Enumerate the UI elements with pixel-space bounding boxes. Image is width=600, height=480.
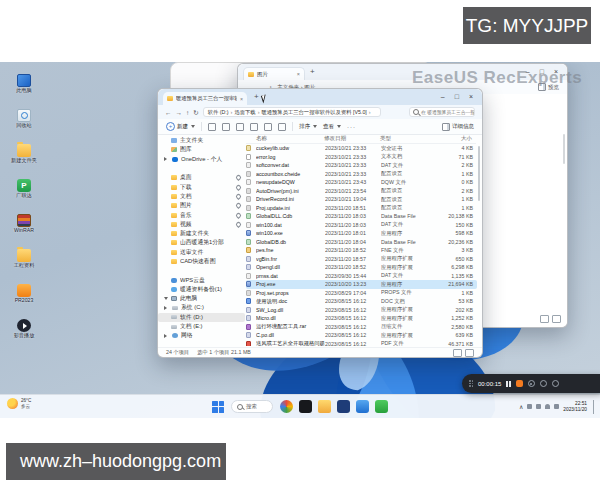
- file-row[interactable]: Opengl.dll 2023/11/20 18:52 应用程序扩展 6,298…: [246, 263, 477, 272]
- desktop-icon[interactable]: 此电脑: [3, 74, 45, 101]
- sidebar-item[interactable]: 主文件夹: [158, 136, 245, 145]
- taskbar-app-icon[interactable]: [299, 400, 312, 413]
- desktop-icon[interactable]: 广联达: [3, 179, 45, 206]
- file-row[interactable]: GlobalDB.db 2023/11/20 18:04 Data Base F…: [246, 238, 477, 247]
- up-icon[interactable]: ↑: [186, 109, 189, 116]
- back-icon[interactable]: ←: [165, 109, 172, 116]
- breadcrumb-segment[interactable]: 迅雷下载 ›: [234, 109, 259, 116]
- chevron-icon[interactable]: [164, 157, 169, 161]
- column-type[interactable]: 类型: [380, 135, 430, 142]
- rename-icon[interactable]: [250, 123, 258, 131]
- stop-button[interactable]: [516, 380, 523, 387]
- taskbar-app-icon[interactable]: [375, 400, 388, 413]
- file-row[interactable]: Micro.dll 2023/08/15 16:12 应用程序扩展 1,252 …: [246, 314, 477, 323]
- search-input[interactable]: 在 暖通预算员工三合一报…中搜索: [409, 107, 475, 117]
- file-row[interactable]: cuckeylib.udw 2023/10/21 23:33 安全证书 4 KB: [246, 144, 477, 153]
- start-button[interactable]: [212, 401, 224, 413]
- new-tab-button[interactable]: +: [254, 93, 259, 101]
- cut-icon[interactable]: [208, 123, 216, 131]
- file-row[interactable]: win100.dat 2023/11/20 18:03 DAT 文件 150 K…: [246, 221, 477, 230]
- sidebar-item[interactable]: WPS云盘: [158, 275, 245, 284]
- sidebar-item[interactable]: 视频: [158, 220, 245, 229]
- file-row[interactable]: DriverRecord.ini 2023/10/21 19:04 配置设置 1…: [246, 195, 477, 204]
- explorer-titlebar[interactable]: 暖通预算员工三合一报审软件 × + – □ ×: [158, 89, 482, 105]
- forward-icon[interactable]: →: [176, 109, 183, 116]
- column-date[interactable]: 修改日期: [324, 135, 380, 142]
- file-row[interactable]: 使用说明.doc 2023/08/15 16:12 DOC 文档 53 KB: [246, 297, 477, 306]
- sidebar-item[interactable]: 音乐: [158, 210, 245, 219]
- chevron-icon[interactable]: [164, 297, 168, 302]
- file-row[interactable]: prnss.dat 2023/09/30 15:44 DAT 文件 1,135 …: [246, 272, 477, 281]
- view-button[interactable]: 查看: [323, 123, 341, 130]
- breadcrumb[interactable]: 软件 (D:) › 迅雷下载 › 暖通预算员工三合一报审软件以及资料 [V5.0…: [203, 107, 381, 117]
- webcam-button[interactable]: [528, 380, 535, 387]
- tab-close-icon[interactable]: ×: [297, 71, 300, 77]
- file-row[interactable]: accountbox.cheide 2023/10/21 23:33 配置设置 …: [246, 170, 477, 179]
- sidebar-item[interactable]: 文档: [158, 192, 245, 201]
- desktop-icon[interactable]: WinRAR: [3, 214, 45, 241]
- taskbar-app-icon[interactable]: [356, 400, 369, 413]
- desktop-icon[interactable]: 影音播放: [3, 319, 45, 346]
- breadcrumb-segment[interactable]: 软件 (D:) ›: [208, 109, 233, 116]
- tray-app-icon[interactable]: [527, 404, 532, 409]
- breadcrumb-segment[interactable]: 暖通预算员工三合一报审软件以及资料 [V5.0] ›: [261, 109, 370, 116]
- sidebar-item[interactable]: 系统 (C:): [158, 303, 245, 312]
- file-row[interactable]: error.log 2023/10/21 23:33 文本文档 71 KB: [246, 153, 477, 162]
- settings-button[interactable]: [552, 380, 559, 387]
- column-name[interactable]: 名称: [256, 135, 324, 142]
- close-icon[interactable]: ×: [469, 93, 473, 100]
- taskbar-clock[interactable]: 22:51 2023/11/20: [563, 401, 587, 412]
- explorer-address-bar[interactable]: ← → ↑ ↻ 软件 (D:) › 迅雷下载 ›: [158, 105, 482, 120]
- sidebar-item[interactable]: 新建文件夹: [158, 229, 245, 238]
- explorer-window[interactable]: 暖通预算员工三合一报审软件 × + – □ × ← → ↑ ↻: [157, 88, 483, 358]
- sort-button[interactable]: 排序: [299, 123, 317, 130]
- file-row[interactable]: 送风或工艺从全开取规格问题.pdf 2023/08/15 16:12 PDF 文…: [246, 340, 477, 347]
- list-view-icon[interactable]: [540, 315, 549, 323]
- sidebar-item[interactable]: OneDrive - 个人: [158, 155, 245, 164]
- schedule-button[interactable]: [540, 380, 547, 387]
- taskbar-app-icon[interactable]: [337, 400, 350, 413]
- desktop-icon[interactable]: 新建文件夹: [3, 144, 45, 171]
- paste-icon[interactable]: [236, 123, 244, 131]
- explorer-tab[interactable]: 暖通预算员工三合一报审软件 ×: [163, 92, 247, 105]
- scrollbar[interactable]: [563, 134, 565, 164]
- column-size[interactable]: 大小: [430, 135, 472, 142]
- file-row[interactable]: newupdateDQW 2023/10/21 23:43 DQW 文件 0 K…: [246, 178, 477, 187]
- sidebar-item[interactable]: 图片: [158, 201, 245, 210]
- sidebar-item[interactable]: 网络: [158, 331, 245, 340]
- minimize-icon[interactable]: –: [441, 93, 445, 100]
- more-button[interactable]: ···: [347, 124, 356, 130]
- sidebar-item[interactable]: 桌面: [158, 173, 245, 182]
- desktop-icon[interactable]: PR2023: [3, 284, 45, 311]
- chevron-icon[interactable]: [164, 306, 169, 310]
- file-row[interactable]: SW_Log.dll 2023/08/15 16:12 应用程序扩展 202 K…: [246, 306, 477, 315]
- file-row[interactable]: Proj.exe 2023/10/20 13:23 应用程序 21,694 KB: [246, 280, 477, 289]
- refresh-icon[interactable]: ↻: [193, 109, 198, 116]
- sidebar-item[interactable]: 山西暖通第1分部: [158, 238, 245, 247]
- pause-button[interactable]: [506, 381, 511, 387]
- sidebar-item[interactable]: 图库: [158, 145, 245, 154]
- tab-close-icon[interactable]: ×: [240, 96, 243, 102]
- sidebar-item[interactable]: 软件 (D:): [158, 313, 245, 322]
- sidebar-item[interactable]: 文档 (E:): [158, 322, 245, 331]
- sidebar-item[interactable]: CAD快速看图: [158, 257, 245, 266]
- scrollbar[interactable]: [478, 146, 480, 201]
- desktop-icon[interactable]: 工程资料: [3, 249, 45, 276]
- desktop-icon[interactable]: 回收站: [3, 109, 45, 136]
- chevron-icon[interactable]: [164, 334, 169, 338]
- sidebar-item[interactable]: [158, 266, 245, 275]
- volume-icon[interactable]: [554, 404, 559, 409]
- file-row[interactable]: Proj.set.props 2023/08/29 17:04 PROPS 文件…: [246, 289, 477, 298]
- sidebar-item[interactable]: 暖通资料备份(1): [158, 285, 245, 294]
- grid-view-icon[interactable]: [552, 315, 561, 323]
- file-row[interactable]: C.po.dll 2023/08/15 16:12 应用程序扩展 639 KB: [246, 331, 477, 340]
- recording-toolbar[interactable]: 00:00:15: [462, 374, 600, 393]
- taskbar-search[interactable]: 搜索: [231, 400, 273, 413]
- sidebar-item[interactable]: 下载: [158, 182, 245, 191]
- file-row[interactable]: AutoDriver(pm).ini 2023/10/21 23:54 配置设置…: [246, 187, 477, 196]
- sidebar-item[interactable]: 此电脑: [158, 294, 245, 303]
- details-button[interactable]: 详细信息: [442, 123, 474, 131]
- file-row[interactable]: softconver.dat 2023/10/21 23:33 DAT 文件 2…: [246, 161, 477, 170]
- delete-icon[interactable]: [278, 123, 286, 131]
- file-row[interactable]: Proj.update.ini 2023/11/20 18:51 配置设置 1 …: [246, 204, 477, 213]
